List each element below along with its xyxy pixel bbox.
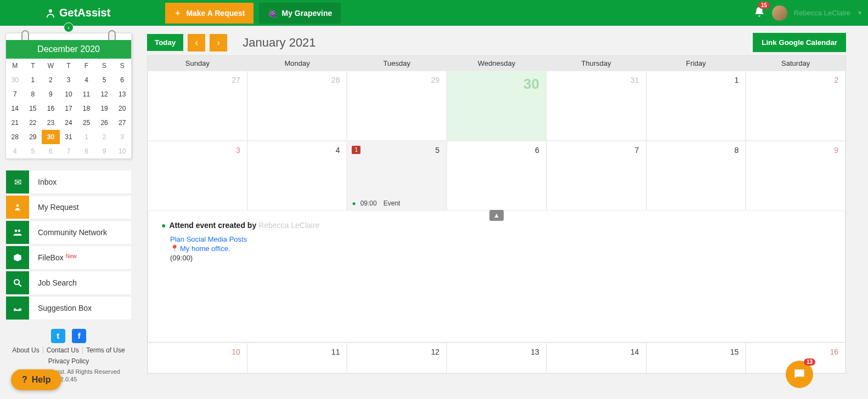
notifications-button[interactable]: 15 [753, 6, 765, 20]
calendar-cell[interactable]: 4 [247, 141, 347, 211]
mini-day[interactable]: 13 [113, 87, 131, 101]
calendar-cell[interactable]: 51●09:00Event [347, 141, 447, 211]
mini-day[interactable]: 18 [77, 101, 95, 116]
mini-dow: S [113, 59, 131, 73]
calendar-cell[interactable]: 15 [646, 343, 746, 373]
terms-link[interactable]: Terms of Use [83, 346, 128, 354]
mini-day[interactable]: 7 [6, 87, 24, 101]
mini-day[interactable]: 3 [113, 130, 131, 144]
event-location[interactable]: 📍My home office. [170, 244, 832, 253]
calendar-cell[interactable]: 2 [746, 71, 846, 141]
mini-day[interactable]: 9 [42, 87, 60, 101]
calendar-cell[interactable]: 11 [247, 343, 347, 373]
calendar-cell[interactable]: 13 [447, 343, 546, 373]
mini-day[interactable]: 4 [77, 73, 95, 87]
event-detail-panel: ●Attend event created by Rebecca LeClair… [148, 211, 846, 343]
mini-day[interactable]: 2 [95, 130, 114, 144]
logo[interactable]: GetAssist [44, 7, 110, 20]
mini-day[interactable]: 29 [24, 130, 42, 144]
mini-dow: F [77, 59, 95, 73]
calendar-cell[interactable]: 3 [148, 141, 247, 211]
mini-day[interactable]: 30 [6, 73, 24, 87]
calendar-cell[interactable]: 7 [546, 141, 646, 211]
sidebar-collapse-toggle[interactable]: ‹ [64, 22, 74, 32]
mini-day[interactable]: 14 [6, 101, 24, 116]
my-grapevine-button[interactable]: 🍇 My Grapevine [259, 3, 341, 24]
sidebar-item-filebox[interactable]: FileBoxNew [5, 246, 132, 270]
sidebar-item-job-search[interactable]: Job Search [5, 271, 132, 295]
mini-day[interactable]: 17 [60, 101, 78, 116]
mini-day[interactable]: 27 [113, 116, 131, 130]
calendar-dow: Monday [247, 56, 347, 71]
calendar-cell[interactable]: 31 [546, 71, 646, 141]
mini-day[interactable]: 8 [24, 87, 42, 101]
calendar-cell[interactable]: 28 [247, 71, 347, 141]
avatar[interactable] [772, 5, 787, 21]
mini-day[interactable]: 16 [42, 101, 60, 116]
next-month-button[interactable]: › [210, 34, 227, 52]
mini-day[interactable]: 21 [6, 116, 24, 130]
facebook-icon[interactable]: f [72, 329, 86, 343]
mini-day[interactable]: 8 [77, 144, 95, 158]
mini-day[interactable]: 1 [77, 130, 95, 144]
mini-day[interactable]: 19 [95, 101, 114, 116]
calendar-cell[interactable]: 12 [347, 343, 447, 373]
mini-day[interactable]: 31 [60, 130, 78, 144]
mini-day[interactable]: 20 [113, 101, 131, 116]
mini-day[interactable]: 25 [77, 116, 95, 130]
twitter-icon[interactable]: t [51, 329, 65, 343]
calendar-cell[interactable]: 30 [447, 71, 546, 141]
sidebar-item-suggestion[interactable]: Suggestion Box [5, 296, 132, 320]
mini-day[interactable]: 10 [113, 144, 131, 158]
make-request-label: Make A Request [186, 9, 245, 18]
sidebar-item-community[interactable]: Community Network [5, 220, 132, 244]
mini-day[interactable]: 10 [60, 87, 78, 101]
mini-day[interactable]: 15 [24, 101, 42, 116]
privacy-link[interactable]: Privacy Policy [45, 357, 93, 365]
calendar-cell[interactable]: 29 [347, 71, 447, 141]
mini-day[interactable]: 2 [42, 73, 60, 87]
sidebar-item-inbox[interactable]: ✉ Inbox [5, 170, 132, 194]
calendar-cell[interactable]: 8 [646, 141, 746, 211]
event-link[interactable]: Plan Social Media Posts [170, 235, 832, 243]
calendar-cell[interactable]: 10 [148, 343, 247, 373]
user-menu-caret-icon[interactable]: ▼ [857, 10, 863, 16]
mini-day[interactable]: 12 [95, 87, 114, 101]
calendar-cell[interactable]: 9 [746, 141, 846, 211]
calendar-dow: Thursday [546, 56, 646, 71]
today-button[interactable]: Today [147, 34, 183, 51]
mini-day[interactable]: 5 [24, 144, 42, 158]
month-title: January 2021 [243, 36, 315, 50]
collapse-detail-button[interactable]: ▲ [489, 210, 504, 221]
link-google-calendar-button[interactable]: Link Google Calendar [753, 33, 846, 52]
calendar-cell[interactable]: 27 [148, 71, 247, 141]
mini-day[interactable]: 24 [60, 116, 78, 130]
about-link[interactable]: About Us [9, 346, 43, 354]
contact-link[interactable]: Contact Us [43, 346, 83, 354]
mini-day[interactable]: 28 [6, 130, 24, 144]
mini-day[interactable]: 4 [6, 144, 24, 158]
mini-day[interactable]: 6 [42, 144, 60, 158]
mini-day[interactable]: 23 [42, 116, 60, 130]
mini-day[interactable]: 9 [95, 144, 114, 158]
prev-month-button[interactable]: ‹ [188, 34, 205, 52]
mini-day[interactable]: 1 [24, 73, 42, 87]
mini-day[interactable]: 22 [24, 116, 42, 130]
sidebar-item-my-request[interactable]: My Request [5, 195, 132, 219]
mini-day[interactable]: 30 [42, 130, 60, 144]
make-request-button[interactable]: ＋ Make A Request [165, 3, 253, 24]
event-entry[interactable]: ●09:00Event [352, 200, 400, 207]
mini-day[interactable]: 3 [60, 73, 78, 87]
help-button[interactable]: ? Help [11, 369, 61, 390]
mini-day[interactable]: 5 [95, 73, 114, 87]
calendar-cell[interactable]: 14 [546, 343, 646, 373]
calendar-cell[interactable]: 6 [447, 141, 546, 211]
mini-day[interactable]: 6 [113, 73, 131, 87]
box-icon [6, 246, 29, 269]
chat-button[interactable]: 13 [786, 361, 813, 388]
mini-day[interactable]: 26 [95, 116, 114, 130]
mini-day[interactable]: 11 [77, 87, 95, 101]
svg-point-0 [49, 9, 52, 13]
mini-day[interactable]: 7 [60, 144, 78, 158]
calendar-cell[interactable]: 1 [646, 71, 746, 141]
